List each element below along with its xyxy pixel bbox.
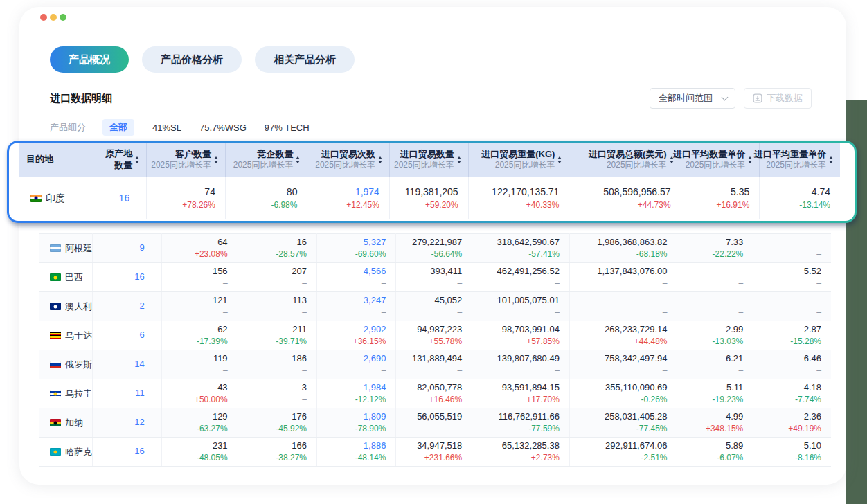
sort-asc-arrow [214,156,218,159]
sort-asc-arrow [829,156,833,159]
column-header[interactable]: 进口平均数量单价2025同比增长率 [681,143,760,177]
minimize-window-button[interactable] [50,14,57,21]
column-header[interactable]: 原产地数量 [75,143,147,177]
cell-value: 16 [238,237,307,248]
sort-icon[interactable] [135,156,139,163]
trade-count-link[interactable]: 3,247 [317,295,386,306]
download-button[interactable]: 下载数据 [744,88,812,109]
trade-count-link[interactable]: 1,809 [317,411,386,422]
cell-growth: -63.27% [162,424,228,434]
tab-product-price-analysis[interactable]: 产品价格分析 [142,46,242,73]
data-cell: 129-63.27% [161,408,238,438]
header-label-line: 进口贸易重量(KG) [481,149,555,161]
cell-growth: -0.26% [570,395,668,405]
trade-count-link[interactable]: 4,566 [317,266,386,277]
country-name: 阿根廷 [65,243,92,253]
country-cell: 俄罗斯 [39,350,93,379]
table-row: 澳大利亚2121–113–3,247–45,052–101,005,075.01… [39,292,831,321]
origin-count-link[interactable]: 16 [75,192,129,205]
trade-count-link[interactable]: 2,902 [317,324,386,335]
cell-growth: -77.45% [570,424,668,434]
cell-growth: – [472,307,560,318]
cell-growth: – [472,278,560,289]
column-header[interactable]: 进口贸易数量2025同比增长率 [389,143,468,177]
cell-value: 122,170,135.71 [469,186,560,199]
time-range-select[interactable]: 全部时间范围 [650,88,735,109]
cell-growth: -39.71% [238,336,307,347]
header-sub-label: 2025同比增长率 [607,160,667,171]
header-label: 进口贸易重量(KG)2025同比增长率 [481,149,555,171]
cell-value: 5.35 [681,186,750,199]
cell-value: 94,987,223 [396,324,462,335]
origin-count-link[interactable]: 9 [93,242,145,253]
filter-option-41-sl[interactable]: 41%SL [152,123,181,133]
data-cell: – [569,292,677,321]
data-cell: – [677,263,753,292]
column-header[interactable]: 客户数量2025同比增长率 [147,143,226,177]
column-header[interactable]: 进口贸易次数2025同比增长率 [307,143,390,177]
divider [21,111,845,111]
zoom-window-button[interactable] [60,14,66,21]
trade-count-link[interactable]: 1,886 [317,440,386,451]
column-header[interactable]: 进口贸易总额(美元)2025同比增长率 [569,143,681,177]
sort-icon[interactable] [296,156,300,163]
data-cell: 462,491,256.52– [472,263,570,292]
sort-icon[interactable] [748,156,752,163]
filter-options: 全部41%SL75.7%WSG97% TECH [102,119,310,136]
header-label-line: 进口平均数量单价 [673,149,745,161]
cell-value [753,295,821,306]
data-cell: 98,703,991.04+57.85% [472,321,570,350]
column-header[interactable]: 进口平均重量单价2025同比增长率 [760,143,840,177]
data-cell: 2,690– [317,350,396,379]
trade-count-link[interactable]: 5,327 [317,237,386,248]
cell-value: 5.52 [753,266,821,277]
filter-option-all[interactable]: 全部 [102,119,134,136]
data-cell: 211-39.71% [238,321,316,350]
origin-count-link[interactable]: 16 [93,446,145,457]
data-cell: 5.52– [753,263,831,292]
toolbar: 全部时间范围 下载数据 [650,88,812,109]
origin-count-link[interactable]: 11 [93,388,145,399]
column-header[interactable]: 竞企数量2025同比增长率 [225,143,307,177]
close-window-button[interactable] [40,14,47,21]
header-content: 进口贸易重量(KG)2025同比增长率 [476,149,562,171]
data-cell: 45,052– [396,292,472,321]
header-sub-label: 2025同比增长率 [233,160,294,171]
cell-growth: – [396,366,462,376]
origin-count-link[interactable]: 16 [93,271,145,282]
sort-icon[interactable] [829,156,833,163]
sort-icon[interactable] [214,156,218,163]
tab-related-product-analysis[interactable]: 相关产品分析 [255,46,355,73]
header-label: 进口贸易次数2025同比增长率 [315,149,375,171]
column-header[interactable]: 进口贸易重量(KG)2025同比增长率 [468,143,569,177]
cell-growth: +57.85% [472,336,560,347]
section-header: 进口数据明细 全部时间范围 下载数据 [50,86,812,111]
sort-icon[interactable] [557,156,562,163]
country-cell: 巴西 [39,263,93,292]
sort-icon[interactable] [378,156,382,163]
header-label: 进口平均重量单价2025同比增长率 [754,149,826,171]
cell-value: 93,591,894.15 [472,382,560,393]
origin-count-link[interactable]: 14 [93,359,145,370]
trade-count-link[interactable]: 1,974 [307,186,379,199]
origin-count-link[interactable]: 12 [93,417,145,428]
origin-count-link[interactable]: 6 [93,330,145,341]
ghana-flag-icon [50,419,61,426]
header-content: 原产地数量 [82,148,139,172]
india-flag-icon [30,195,42,202]
cell-growth: -69.60% [317,249,386,260]
trade-count-link[interactable]: 2,690 [317,353,386,364]
data-cell: 318,642,590.67-57.41% [472,234,570,263]
origin-count-link[interactable]: 2 [93,300,145,312]
header-label-line: 进口贸易次数 [321,149,375,161]
tab-product-overview[interactable]: 产品概况 [50,46,129,73]
sort-icon[interactable] [457,156,461,163]
cell-value: 207 [238,266,307,277]
cell-value: 7.33 [677,237,743,248]
cell-value: 176 [238,411,307,422]
trade-count-link[interactable]: 1,984 [317,382,386,393]
data-cell: 508,596,956.57+44.73% [569,177,681,219]
cell-value: 268,233,729.14 [570,324,668,335]
filter-option-97-tech[interactable]: 97% TECH [265,123,310,133]
filter-option-75-7-wsg[interactable]: 75.7%WSG [199,123,247,133]
